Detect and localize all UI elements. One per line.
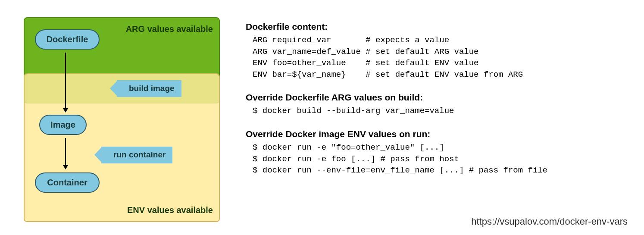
run-container-tag: run container: [101, 147, 172, 163]
override-build-title: Override Dockerfile ARG values on build:: [246, 92, 631, 103]
override-run-code: $ docker run -e "foo=other_value" [...] …: [253, 142, 631, 176]
dockerfile-node: Dockerfile: [35, 29, 100, 50]
arrow-image-to-container: [65, 138, 66, 169]
diagram-container: ARG values available ENV values availabl…: [0, 0, 644, 235]
env-scope-label: ENV values available: [127, 205, 213, 215]
image-node: Image: [39, 115, 87, 135]
override-build-code: $ docker build --build-arg var_name=valu…: [253, 105, 631, 117]
build-image-tag: build image: [117, 80, 181, 97]
source-link: https://vsupalov.com/docker-env-vars: [471, 216, 628, 227]
dockerfile-content-title: Dockerfile content:: [246, 22, 631, 32]
arrow-dockerfile-to-image: [65, 53, 66, 112]
arg-scope-label: ARG values available: [126, 24, 213, 34]
dockerfile-content-code: ARG required_var # expects a value ARG v…: [253, 34, 631, 80]
container-node: Container: [35, 172, 100, 193]
text-area: Dockerfile content: ARG required_var # e…: [246, 17, 631, 226]
diagram-area: ARG values available ENV values availabl…: [24, 17, 220, 222]
override-run-title: Override Docker image ENV values on run:: [246, 129, 631, 139]
